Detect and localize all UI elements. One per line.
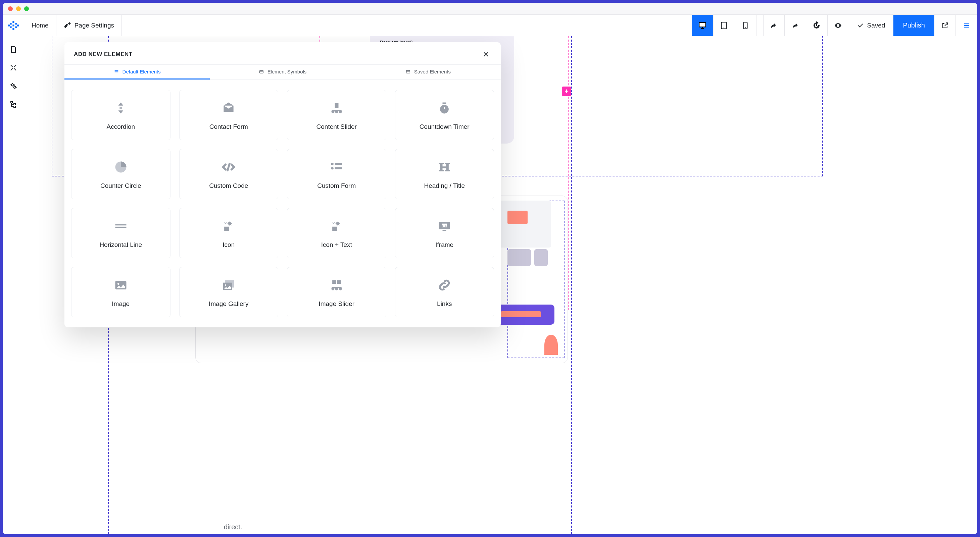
counter-circle-icon bbox=[113, 159, 128, 175]
settings-rail-button[interactable] bbox=[5, 78, 21, 94]
column-guide-2 bbox=[568, 36, 568, 310]
design-icon bbox=[10, 64, 18, 72]
element-countdown-timer[interactable]: Countdown Timer bbox=[395, 90, 494, 140]
tab-symbols-label: Element Symbols bbox=[267, 69, 307, 75]
element-content-slider[interactable]: Content Slider bbox=[287, 90, 386, 140]
svg-point-12 bbox=[745, 27, 746, 28]
svg-rect-46 bbox=[337, 280, 341, 284]
image-icon bbox=[113, 277, 128, 294]
home-button[interactable]: Home bbox=[24, 15, 56, 36]
pages-rail-button[interactable] bbox=[5, 41, 21, 58]
svg-rect-22 bbox=[332, 110, 341, 111]
add-column-handle[interactable]: + bbox=[562, 87, 571, 96]
page-icon bbox=[10, 46, 18, 54]
element-image-gallery[interactable]: Image Gallery bbox=[179, 267, 278, 317]
element-iframe[interactable]: Iframe bbox=[395, 208, 494, 258]
svg-rect-33 bbox=[439, 170, 444, 172]
element-countdown-timer-label: Countdown Timer bbox=[420, 123, 469, 130]
svg-rect-3 bbox=[13, 24, 14, 26]
structure-rail-button[interactable] bbox=[5, 96, 21, 112]
elements-grid: Accordion Contact Form Content Slider Co… bbox=[64, 80, 501, 327]
element-links-label: Links bbox=[437, 300, 452, 308]
element-accordion-label: Accordion bbox=[107, 123, 135, 130]
element-icon[interactable]: Icon bbox=[179, 208, 278, 258]
body-text-fragment: direct. bbox=[224, 523, 242, 531]
custom-form-icon bbox=[329, 159, 344, 175]
custom-code-icon bbox=[221, 159, 236, 175]
contact-form-icon bbox=[221, 100, 236, 116]
design-rail-button[interactable] bbox=[5, 60, 21, 76]
element-accordion[interactable]: Accordion bbox=[71, 90, 170, 140]
element-custom-form-label: Custom Form bbox=[317, 182, 356, 189]
svg-rect-29 bbox=[335, 167, 342, 169]
element-custom-form[interactable]: Custom Form bbox=[287, 149, 386, 199]
svg-rect-7 bbox=[8, 24, 10, 26]
element-icon-label: Icon bbox=[223, 241, 235, 249]
element-links[interactable]: Links bbox=[395, 267, 494, 317]
svg-point-44 bbox=[225, 284, 226, 286]
svg-point-41 bbox=[118, 283, 119, 285]
svg-rect-35 bbox=[115, 224, 126, 226]
countdown-timer-icon bbox=[437, 100, 452, 116]
tab-default-label: Default Elements bbox=[123, 69, 161, 75]
svg-rect-50 bbox=[332, 287, 341, 288]
list-icon bbox=[114, 69, 119, 75]
page-settings-button[interactable]: Page Settings bbox=[56, 15, 122, 36]
tab-saved-label: Saved Elements bbox=[414, 69, 451, 75]
element-heading-title[interactable]: Heading / Title bbox=[395, 149, 494, 199]
desktop-icon bbox=[698, 21, 707, 30]
minimize-window-button[interactable] bbox=[16, 6, 21, 11]
element-image[interactable]: Image bbox=[71, 267, 170, 317]
close-window-button[interactable] bbox=[8, 6, 13, 11]
add-element-modal: ADD NEW ELEMENT Default Elements Element… bbox=[64, 42, 501, 327]
redo-icon bbox=[791, 21, 799, 30]
external-link-icon bbox=[941, 21, 949, 30]
desktop-preview-button[interactable] bbox=[692, 15, 714, 36]
tab-default-elements[interactable]: Default Elements bbox=[64, 65, 210, 79]
undo-button[interactable] bbox=[763, 15, 785, 36]
history-icon bbox=[813, 21, 821, 30]
tablet-preview-button[interactable] bbox=[714, 15, 735, 36]
element-horizontal-line-label: Horizontal Line bbox=[99, 241, 142, 249]
tablet-icon bbox=[719, 21, 728, 30]
svg-rect-43 bbox=[223, 283, 232, 290]
element-icon-text-label: Icon + Text bbox=[321, 241, 352, 249]
mobile-icon bbox=[741, 21, 750, 30]
svg-rect-39 bbox=[443, 230, 446, 231]
element-icon-text[interactable]: Icon + Text bbox=[287, 208, 386, 258]
horizontal-line-icon bbox=[113, 218, 128, 234]
svg-rect-34 bbox=[445, 170, 450, 172]
tab-element-symbols[interactable]: Element Symbols bbox=[210, 65, 355, 79]
iframe-icon bbox=[437, 218, 452, 234]
main-menu-button[interactable] bbox=[956, 15, 977, 36]
mobile-preview-button[interactable] bbox=[735, 15, 756, 36]
open-external-button[interactable] bbox=[934, 15, 956, 36]
tab-saved-elements[interactable]: Saved Elements bbox=[355, 65, 501, 79]
svg-rect-16 bbox=[259, 70, 263, 73]
svg-point-13 bbox=[837, 25, 839, 26]
left-rail bbox=[3, 36, 24, 534]
canvas[interactable]: Ready to learn? + direct. bbox=[24, 36, 977, 534]
preview-button[interactable] bbox=[827, 15, 849, 36]
undo-icon bbox=[770, 21, 778, 30]
element-image-slider[interactable]: Image Slider bbox=[287, 267, 386, 317]
svg-rect-17 bbox=[406, 70, 410, 73]
image-gallery-icon bbox=[221, 277, 236, 294]
element-contact-form[interactable]: Contact Form bbox=[179, 90, 278, 140]
publish-button[interactable]: Publish bbox=[893, 15, 934, 36]
element-contact-form-label: Contact Form bbox=[209, 123, 248, 130]
svg-rect-18 bbox=[335, 103, 338, 108]
element-horizontal-line[interactable]: Horizontal Line bbox=[71, 208, 170, 258]
titlebar bbox=[3, 3, 977, 15]
maximize-window-button[interactable] bbox=[24, 6, 29, 11]
history-button[interactable] bbox=[806, 15, 827, 36]
modal-header: ADD NEW ELEMENT bbox=[64, 42, 501, 64]
app-logo[interactable] bbox=[3, 15, 24, 36]
element-custom-code[interactable]: Custom Code bbox=[179, 149, 278, 199]
element-counter-circle[interactable]: Counter Circle bbox=[71, 149, 170, 199]
element-image-slider-label: Image Slider bbox=[318, 300, 355, 308]
modal-close-button[interactable] bbox=[480, 49, 492, 60]
redo-button[interactable] bbox=[785, 15, 806, 36]
svg-point-28 bbox=[331, 167, 333, 169]
svg-rect-4 bbox=[10, 26, 11, 28]
